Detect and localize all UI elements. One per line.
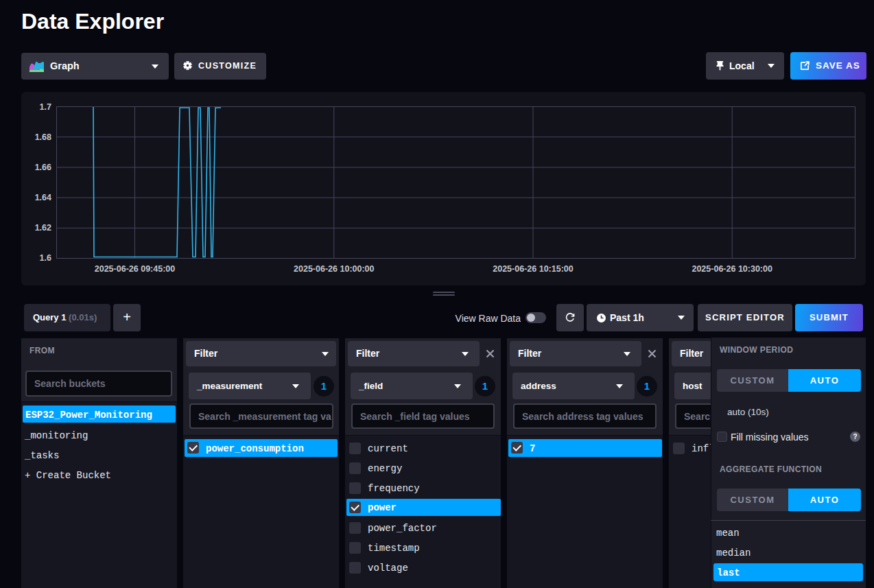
svg-text:2025-06-26 09:45:00: 2025-06-26 09:45:00 (95, 264, 175, 274)
svg-text:1.64: 1.64 (35, 193, 51, 202)
svg-text:1.68: 1.68 (35, 132, 51, 142)
svg-text:2025-06-26 10:15:00: 2025-06-26 10:15:00 (493, 264, 573, 274)
svg-text:1.6: 1.6 (40, 253, 51, 263)
svg-text:2025-06-26 10:30:00: 2025-06-26 10:30:00 (692, 264, 772, 274)
svg-text:2025-06-26 10:00:00: 2025-06-26 10:00:00 (294, 264, 374, 274)
svg-text:1.66: 1.66 (35, 163, 51, 172)
svg-text:1.7: 1.7 (40, 102, 51, 112)
svg-text:1.62: 1.62 (35, 223, 51, 233)
